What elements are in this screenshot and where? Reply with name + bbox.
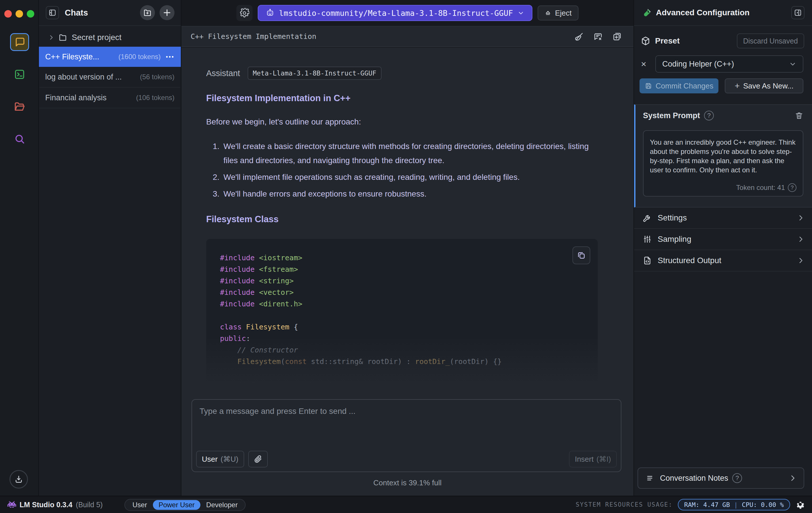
mode-power-user[interactable]: Power User [153,500,200,510]
ram-usage: RAM: 4.47 GB [684,501,730,508]
chat-list-item[interactable]: Financial analysis (106 tokens) [39,88,181,108]
copy-code-button[interactable] [573,246,590,264]
message-heading: Filesystem Implementation in C++ [206,93,599,104]
composer-toolbar: User (⌘U) Insert (⌘I) [196,451,617,467]
eject-label: Eject [555,9,572,18]
status-bar: LM Studio 0.3.4 (Build 5) User Power Use… [0,496,812,513]
message-composer: User (⌘U) Insert (⌘I) [192,399,621,472]
list-item-number: 2. [206,170,220,184]
list-item: 1. We'll create a basic directory struct… [206,139,589,167]
section-label: Sampling [658,235,797,244]
section-label: Settings [658,213,797,222]
collapse-sidebar-button[interactable] [46,6,59,19]
settings-gear-icon[interactable] [795,500,805,510]
eject-icon [545,9,551,17]
cpu-usage: CPU: 0.00 % [742,501,784,508]
new-chat-button[interactable] [160,5,174,20]
download-icon [14,475,23,484]
main-area: lmstudio-community/Meta-Llama-3.1-8B-Ins… [181,0,634,496]
chat-header: C++ Filesystem Implementation [181,26,634,47]
assistant-label: Assistant [206,69,240,78]
collapse-panel-button[interactable] [791,6,805,19]
preset-dropdown[interactable]: Coding Helper (C++) [655,55,803,73]
preset-select-row: × Coding Helper (C++) [634,55,812,73]
duplicate-chat-icon[interactable] [612,32,622,42]
system-prompt-box: You are an incredibly good C++ engineer.… [643,130,803,196]
downloads-button[interactable] [9,470,28,488]
chat-item-title: log about version of ... [45,73,136,82]
robot-icon [266,9,274,17]
chat-item-token-count: (1600 tokens) [118,53,161,61]
trash-icon[interactable] [795,111,803,120]
discard-unsaved-button[interactable]: Discard Unsaved [737,33,804,48]
chat-title: C++ Filesystem Implementation [191,32,574,40]
loaded-model-selector[interactable]: lmstudio-community/Meta-Llama-3.1-8B-Ins… [258,5,533,21]
zoom-window-button[interactable] [27,10,34,18]
divider [39,108,180,108]
traffic-lights [4,10,34,18]
commit-changes-button[interactable]: Commit Changes [640,78,718,93]
list-item-number: 3. [206,187,220,201]
system-prompt-section: System Prompt ? You are an incredibly go… [634,104,812,208]
nav-developer-button[interactable] [10,65,29,83]
context-usage-status: Context is 39.1% full [181,479,634,487]
nav-my-models-button[interactable] [10,98,29,115]
chat-list-item[interactable]: C++ Filesyste... (1600 tokens) ••• [39,47,181,67]
close-window-button[interactable] [4,10,12,18]
section-structured-output[interactable]: Structured Output [634,250,812,271]
assistant-model-badge: Meta-Llama-3.1-8B-Instruct-GGUF [248,66,381,80]
role-shortcut: (⌘U) [221,455,238,464]
panel-left-icon [48,9,56,17]
help-icon[interactable]: ? [732,473,742,483]
commit-changes-label: Commit Changes [656,82,714,90]
message-input[interactable] [200,407,613,441]
message-heading: Filesystem Class [206,214,599,224]
list-item-text: We'll create a basic directory structure… [224,139,589,167]
chevron-right-icon [797,257,805,264]
plus-icon [163,8,171,17]
model-settings-button[interactable] [236,5,253,21]
clean-up-brush-icon[interactable] [574,32,584,42]
insert-message-button[interactable]: Insert (⌘I) [569,451,617,467]
chevron-right-icon [797,214,805,222]
user-mode-switch: User Power User Developer [124,499,245,511]
conversation-notes-button[interactable]: Conversation Notes ? [638,467,804,489]
model-toolbar: lmstudio-community/Meta-Llama-3.1-8B-Ins… [181,0,634,26]
chat-list-item[interactable]: log about version of ... (56 tokens) [39,67,181,87]
system-prompt-input[interactable]: You are an incredibly good C++ engineer.… [650,138,796,181]
help-icon[interactable]: ? [788,183,796,192]
section-sampling[interactable]: Sampling [634,229,812,250]
attach-file-button[interactable] [248,451,268,467]
advanced-config-header: Advanced Configuration [634,0,812,26]
chat-item-token-count: (106 tokens) [136,94,174,102]
role-toggle-button[interactable]: User (⌘U) [196,451,244,467]
chats-title: Chats [65,8,135,18]
eject-model-button[interactable]: Eject [538,5,578,21]
preset-actions: Commit Changes + Save As New... [634,78,812,93]
resources-usage-pill[interactable]: RAM: 4.47 GB | CPU: 0.00 % [678,499,790,510]
nav-discover-button[interactable] [10,130,29,148]
token-count-label: Token count: 41 [736,184,785,192]
paperclip-icon [254,455,262,463]
lmstudio-logo-icon [7,501,16,508]
app-build: (Build 5) [76,501,103,509]
save-as-new-button[interactable]: + Save As New... [725,78,803,93]
clear-preset-button[interactable]: × [641,59,652,70]
section-settings[interactable]: Settings [634,208,812,229]
nav-chat-button[interactable] [10,33,29,51]
new-folder-button[interactable] [140,5,155,20]
chat-folder-row[interactable]: Secret project [39,28,181,47]
code-block: #include <iostream>#include <fstream>#in… [206,239,598,415]
clear-messages-icon[interactable] [593,32,603,42]
preset-label: Preset [655,36,737,46]
notes-lines-icon [646,474,655,482]
help-icon[interactable]: ? [704,111,714,120]
chevron-down-icon [517,9,524,17]
minimize-window-button[interactable] [16,10,23,18]
mode-user[interactable]: User [127,500,153,510]
wrench-icon [643,213,652,222]
model-name: lmstudio-community/Meta-Llama-3.1-8B-Ins… [279,9,513,18]
chat-item-menu-icon[interactable]: ••• [166,54,174,60]
mode-developer[interactable]: Developer [200,500,243,510]
chat-item-title: Financial analysis [45,93,132,102]
